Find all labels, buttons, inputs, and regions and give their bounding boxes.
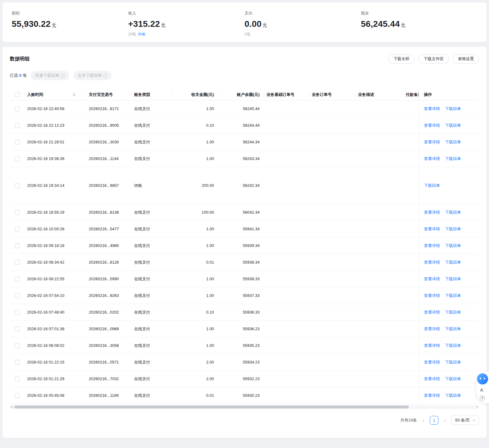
cell-amount: 1.00 — [172, 221, 218, 237]
view-detail-link[interactable]: 查看详情 — [424, 156, 440, 162]
cell-transaction-id: 20260216...1144 — [86, 150, 132, 167]
cell-entry-time: 2026-02-16 07:01:38 — [25, 321, 86, 337]
row-checkbox[interactable] — [15, 243, 20, 248]
download-receipt-link[interactable]: 下载回单 — [445, 156, 461, 162]
cell-entry-time: 2026-02-16 09:18:18 — [25, 237, 86, 254]
download-receipt-link[interactable]: 下载回单 — [445, 310, 461, 315]
download-file-area-button[interactable]: 下载文件区 — [418, 54, 449, 64]
download-receipt-link[interactable]: 下载回单 — [445, 326, 461, 332]
selected-count: 0 — [19, 73, 21, 78]
download-receipt-link[interactable]: 下载回单 — [445, 376, 461, 382]
download-receipt-link[interactable]: 下载回单 — [445, 226, 461, 232]
download-receipt-link[interactable]: 下载回单 — [445, 210, 461, 215]
download-receipt-link[interactable]: 下载回单 — [445, 276, 461, 282]
cell-amount: 2.00 — [172, 354, 218, 370]
cell-base-order — [264, 304, 309, 320]
row-checkbox[interactable] — [15, 343, 20, 348]
view-detail-link[interactable]: 查看详情 — [424, 310, 440, 315]
selected-count-text: 已选0项 — [10, 73, 27, 78]
view-detail-link[interactable]: 查看详情 — [424, 293, 440, 298]
row-checkbox[interactable] — [15, 156, 20, 161]
cell-balance: 55932.23 — [218, 371, 264, 387]
assistant-a-icon[interactable]: A — [480, 388, 483, 393]
assistant-robot-icon[interactable] — [477, 373, 488, 384]
row-checkbox[interactable] — [15, 393, 20, 398]
cell-balance: 56244.44 — [218, 117, 264, 134]
cell-checkbox — [10, 237, 25, 254]
download-receipt-link[interactable]: 下载回单 — [445, 243, 461, 249]
view-detail-link[interactable]: 查看详情 — [424, 343, 440, 348]
view-detail-link[interactable]: 查看详情 — [424, 226, 440, 232]
scroll-right-arrow[interactable] — [477, 406, 478, 408]
cell-pay-note — [403, 354, 419, 370]
cell-checkbox — [10, 337, 25, 354]
row-checkbox[interactable] — [15, 106, 20, 111]
scroll-left-arrow[interactable] — [11, 406, 12, 408]
row-checkbox[interactable] — [15, 123, 20, 128]
summary-subline: 19笔详细 — [128, 32, 245, 37]
income-detail-link[interactable]: 详细 — [138, 32, 145, 36]
summary-value: 56,245.44元 — [361, 19, 478, 29]
table-row: 2026-02-16 07:01:38 20260216...0969 在线支付… — [10, 321, 479, 337]
page-size-select[interactable]: 50 条/页 — [451, 416, 479, 425]
view-detail-link[interactable]: 查看详情 — [424, 243, 440, 249]
download-receipt-link[interactable]: 下载回单 — [445, 139, 461, 145]
view-detail-link[interactable]: 查看详情 — [424, 106, 440, 112]
view-detail-link[interactable]: 查看详情 — [424, 393, 440, 398]
cell-pay-note — [403, 117, 419, 134]
assistant-help-icon[interactable]: ? — [480, 396, 485, 401]
sort-icon[interactable] — [73, 93, 75, 97]
cell-base-order — [264, 150, 309, 167]
download-receipt-link[interactable]: 下载回单 — [445, 106, 461, 112]
horizontal-scrollbar[interactable] — [10, 405, 479, 409]
page-number-button[interactable]: 1 — [430, 416, 438, 425]
batch-download-receipts-button[interactable]: 批量下载回单i — [31, 71, 69, 80]
row-checkbox[interactable] — [15, 227, 20, 232]
download-receipt-link[interactable]: 下载回单 — [445, 360, 461, 365]
cell-order — [309, 287, 355, 304]
next-page-button[interactable]: › — [443, 418, 446, 423]
row-checkbox[interactable] — [15, 140, 20, 145]
row-checkbox[interactable] — [15, 327, 20, 331]
download-receipt-link[interactable]: 下载回单 — [445, 393, 461, 398]
row-checkbox[interactable] — [15, 183, 20, 188]
row-checkbox[interactable] — [15, 376, 20, 381]
download-receipt-link[interactable]: 下载回单 — [424, 183, 440, 188]
select-all-checkbox[interactable] — [15, 92, 20, 97]
view-detail-link[interactable]: 查看详情 — [424, 360, 440, 365]
cell-amount: 1.00 — [172, 101, 218, 117]
view-detail-link[interactable]: 查看详情 — [424, 276, 440, 282]
scrollbar-thumb[interactable] — [14, 405, 409, 409]
row-checkbox[interactable] — [15, 210, 20, 215]
cell-description — [355, 387, 403, 404]
download-receipt-link[interactable]: 下载回单 — [445, 343, 461, 348]
cell-checkbox — [10, 117, 25, 134]
table-settings-button[interactable]: 表格设置 — [453, 54, 479, 64]
view-detail-link[interactable]: 查看详情 — [424, 260, 440, 265]
cell-operations: 查看详情下载回单 — [419, 287, 479, 304]
cell-pay-note — [403, 221, 419, 237]
merge-download-receipts-button[interactable]: 合并下载回单i — [73, 71, 112, 80]
cell-amount: 1.00 — [172, 150, 218, 167]
download-receipt-link[interactable]: 下载回单 — [445, 123, 461, 128]
prev-page-button[interactable]: ‹ — [422, 418, 425, 423]
row-checkbox[interactable] — [15, 260, 20, 265]
cell-order — [309, 167, 355, 204]
cell-entry-time: 2026-02-16 08:22:55 — [25, 271, 86, 287]
view-detail-link[interactable]: 查看详情 — [424, 139, 440, 145]
row-checkbox[interactable] — [15, 293, 20, 298]
view-detail-link[interactable]: 查看详情 — [424, 326, 440, 332]
row-checkbox[interactable] — [15, 310, 20, 315]
cell-checkbox — [10, 167, 25, 204]
view-detail-link[interactable]: 查看详情 — [424, 376, 440, 382]
cell-order — [309, 337, 355, 354]
row-checkbox[interactable] — [15, 360, 20, 365]
download-all-button[interactable]: 下载全部 — [388, 54, 415, 64]
view-detail-link[interactable]: 查看详情 — [424, 210, 440, 215]
cell-amount: 0.01 — [172, 387, 218, 404]
col-pay-note: 付款备注 — [403, 89, 419, 100]
download-receipt-link[interactable]: 下载回单 — [445, 260, 461, 265]
download-receipt-link[interactable]: 下载回单 — [445, 293, 461, 298]
row-checkbox[interactable] — [15, 277, 20, 282]
view-detail-link[interactable]: 查看详情 — [424, 123, 440, 128]
